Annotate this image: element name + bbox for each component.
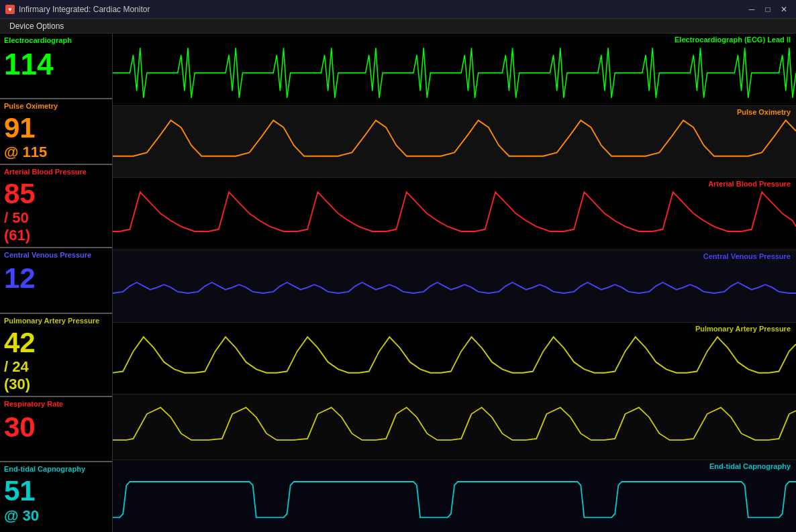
etco2-wave-svg xyxy=(113,460,796,532)
rr-waveform-row xyxy=(113,394,796,460)
spo2-label: Pulse Oximetry xyxy=(4,102,108,110)
pap-waveform-row: Pulmonary Artery Pressure xyxy=(113,323,796,395)
abp-section: Arterial Blood Pressure 85 / 50 (61) xyxy=(0,165,112,248)
abp-wave-label: Arterial Blood Pressure xyxy=(708,180,791,188)
pap-label: Pulmonary Artery Pressure xyxy=(4,317,108,325)
spo2-section: Pulse Oximetry 91 @ 115 xyxy=(0,99,112,165)
spo2-wave-svg xyxy=(113,106,796,178)
ecg-section: Electrocardiograph 114 xyxy=(0,34,112,99)
ecg-wave-svg xyxy=(113,34,796,105)
app-icon: ♥ xyxy=(5,5,15,14)
main-content: Electrocardiograph 114 Pulse Oximetry 91… xyxy=(0,34,796,532)
abp-value: 85 xyxy=(4,178,108,209)
rr-section: Respiratory Rate 30 xyxy=(0,397,112,463)
abp-sub: / 50 xyxy=(4,209,108,227)
pap-sub2: (30) xyxy=(4,376,108,393)
abp-waveform-row: Arterial Blood Pressure xyxy=(113,178,796,250)
minimize-button[interactable]: ─ xyxy=(745,3,758,15)
pap-wave-label: Pulmonary Artery Pressure xyxy=(695,325,791,333)
cvp-section: Central Venous Pressure 12 xyxy=(0,248,112,314)
ecg-wave-label: Electrocardiograph (ECG) Lead II xyxy=(675,36,791,44)
rr-wave-svg xyxy=(113,394,796,460)
abp-label: Arterial Blood Pressure xyxy=(4,168,108,176)
pap-wave-svg xyxy=(113,323,796,394)
cvp-value: 12 xyxy=(4,263,108,294)
etco2-wave-label: End-tidal Capnography xyxy=(709,462,791,470)
ecg-waveform-row: Electrocardiograph (ECG) Lead II xyxy=(113,34,796,106)
etco2-sub: @ 30 xyxy=(4,507,108,525)
etco2-section: End-tidal Capnography 51 @ 30 xyxy=(0,462,112,532)
waveform-area: Electrocardiograph (ECG) Lead II Pulse O… xyxy=(113,34,796,532)
abp-sub2: (61) xyxy=(4,227,108,244)
window-controls: ─ □ ✕ xyxy=(745,3,791,15)
spo2-sub: @ 115 xyxy=(4,144,108,161)
title-bar-left: ♥ Infirmary Integrated: Cardiac Monitor xyxy=(5,5,150,14)
maximize-button[interactable]: □ xyxy=(761,3,775,15)
spo2-wave-label: Pulse Oximetry xyxy=(737,108,791,116)
cvp-label: Central Venous Pressure xyxy=(4,251,108,259)
cvp-wave-label: Central Venous Pressure xyxy=(703,252,791,260)
pap-section: Pulmonary Artery Pressure 42 / 24 (30) xyxy=(0,314,112,397)
title-bar: ♥ Infirmary Integrated: Cardiac Monitor … xyxy=(0,0,796,19)
spo2-value: 91 xyxy=(4,113,108,144)
etco2-value: 51 xyxy=(4,476,108,507)
sidebar: Electrocardiograph 114 Pulse Oximetry 91… xyxy=(0,34,113,532)
rr-label: Respiratory Rate xyxy=(4,400,108,408)
pap-sub: / 24 xyxy=(4,358,108,376)
etco2-label: End-tidal Capnography xyxy=(4,465,108,473)
menu-device-options[interactable]: Device Options xyxy=(4,20,69,32)
cvp-wave-svg xyxy=(113,250,796,322)
window-title: Infirmary Integrated: Cardiac Monitor xyxy=(19,5,150,14)
ecg-value: 114 xyxy=(4,48,108,81)
cvp-waveform-row: Central Venous Pressure xyxy=(113,250,796,323)
ecg-label: Electrocardiograph xyxy=(4,36,108,44)
abp-wave-svg xyxy=(113,178,796,250)
pap-value: 42 xyxy=(4,327,108,358)
spo2-waveform-row: Pulse Oximetry xyxy=(113,106,796,178)
rr-value: 30 xyxy=(4,412,108,443)
close-button[interactable]: ✕ xyxy=(777,3,791,15)
menu-bar: Device Options xyxy=(0,19,796,34)
etco2-waveform-row: End-tidal Capnography xyxy=(113,460,796,532)
